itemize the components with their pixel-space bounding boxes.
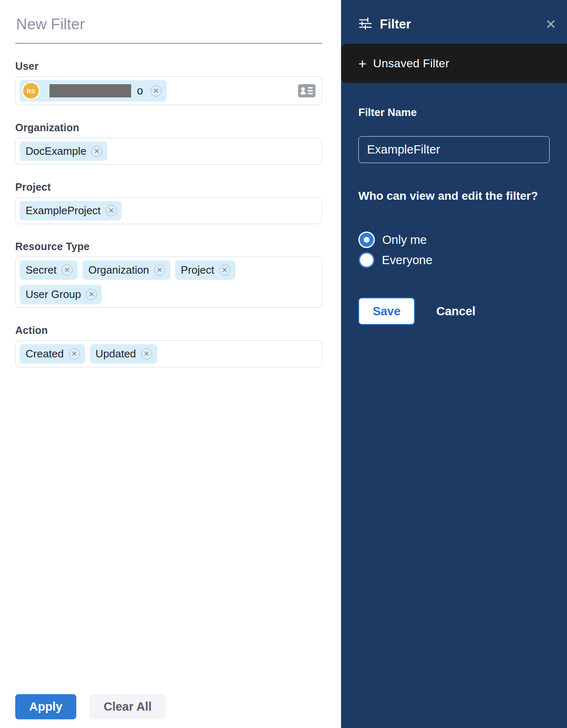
unsaved-filter-tab[interactable]: + Unsaved Filter [341,44,567,83]
user-label: User [15,60,322,72]
project-field[interactable]: ExampleProject ✕ [15,197,322,224]
panel-actions: Save Cancel [358,298,550,325]
radio-only-me[interactable]: Only me [358,232,550,248]
chip-text: ExampleProject [26,204,101,217]
resource-chip: Project ✕ [175,260,235,280]
remove-chip-icon[interactable]: ✕ [91,146,102,157]
visibility-radio-group: Only me Everyone [358,232,550,268]
resource-chip: Secret ✕ [20,260,78,280]
remove-chip-icon[interactable]: ✕ [61,265,73,276]
project-label: Project [15,181,322,193]
action-chip: Created ✕ [20,344,85,364]
organization-field[interactable]: DocExample ✕ [15,138,322,165]
section-user: User RS o ✕ [15,60,322,105]
side-panel-header: Filter ✕ [341,0,567,32]
project-chip: ExampleProject ✕ [20,201,122,220]
user-avatar: RS [23,83,39,99]
filter-side-panel: Filter ✕ + Unsaved Filter Filter Name Wh… [341,0,567,728]
new-filter-form: User RS o ✕ [0,0,341,728]
clear-all-button[interactable]: Clear All [89,694,166,719]
panel-title: Filter [380,17,411,32]
organization-label: Organization [15,122,322,134]
chip-text: Organization [88,264,149,277]
resource-chip: User Group ✕ [20,285,102,304]
remove-chip-icon[interactable]: ✕ [141,348,152,359]
section-resource-type: Resource Type Secret ✕ Organization ✕ Pr… [15,241,322,308]
filter-name-input[interactable] [358,136,550,163]
filter-title-input[interactable] [15,12,322,44]
remove-user-chip-icon[interactable]: ✕ [151,85,162,97]
section-action: Action Created ✕ Updated ✕ [15,324,322,367]
close-icon[interactable]: ✕ [545,18,556,31]
organization-chip: DocExample ✕ [20,142,107,161]
radio-everyone[interactable]: Everyone [358,252,550,268]
user-name-fragment: o [137,85,143,97]
resource-type-field[interactable]: Secret ✕ Organization ✕ Project ✕ User G… [15,257,322,308]
save-button[interactable]: Save [358,298,415,325]
form-footer: Apply Clear All [15,694,166,719]
contact-card-icon[interactable] [298,83,316,98]
plus-icon: + [358,57,367,71]
resource-type-label: Resource Type [15,241,322,253]
sliders-icon [358,17,372,32]
redacted-user-name [49,84,131,97]
remove-chip-icon[interactable]: ✕ [69,348,80,359]
action-label: Action [15,324,322,336]
remove-chip-icon[interactable]: ✕ [154,265,165,276]
user-field[interactable]: RS o ✕ [15,76,322,105]
radio-label: Everyone [382,253,433,267]
chip-text: User Group [26,288,81,301]
chip-text: Project [181,264,214,277]
cancel-button[interactable]: Cancel [436,305,475,318]
section-project: Project ExampleProject ✕ [15,181,322,224]
remove-chip-icon[interactable]: ✕ [219,265,231,276]
chip-text: Secret [26,264,56,277]
filter-screen: User RS o ✕ [0,0,567,728]
apply-button[interactable]: Apply [15,694,76,719]
remove-chip-icon[interactable]: ✕ [86,289,97,300]
action-field[interactable]: Created ✕ Updated ✕ [15,340,322,367]
radio-unselected-icon[interactable] [359,252,374,268]
resource-chip: Organization ✕ [82,260,170,280]
filter-name-label: Filter Name [358,106,550,119]
radio-label: Only me [382,233,427,247]
user-chip: RS o ✕ [20,80,167,102]
section-organization: Organization DocExample ✕ [15,122,322,165]
visibility-question: Who can view and edit the filter? [358,189,550,203]
remove-chip-icon[interactable]: ✕ [106,205,117,216]
chip-text: DocExample [26,145,86,158]
side-panel-body: Filter Name Who can view and edit the fi… [341,106,567,325]
chip-text: Updated [96,347,136,360]
chip-text: Created [26,347,64,360]
radio-selected-icon[interactable] [358,232,375,248]
unsaved-filter-label: Unsaved Filter [373,57,449,70]
action-chip: Updated ✕ [90,344,157,364]
